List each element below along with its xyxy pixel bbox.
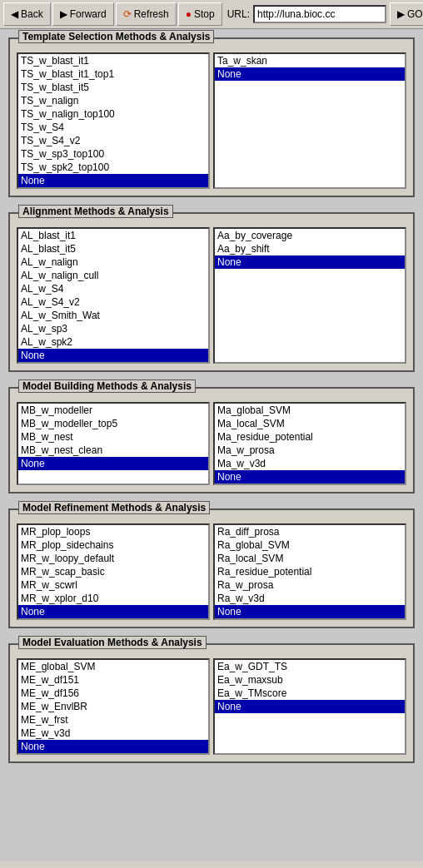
list-item[interactable]: MR_w_loopy_default	[18, 552, 208, 565]
section-title-alignment: Alignment Methods & Analysis	[18, 205, 173, 218]
list-item[interactable]: MB_w_modeller	[18, 404, 208, 417]
refresh-icon: ⟳	[123, 8, 132, 20]
methods-listbox-model-building[interactable]: MB_w_modellerMB_w_modeller_top5MB_w_nest…	[17, 402, 210, 485]
list-item[interactable]: MR_w_xplor_d10	[18, 592, 208, 605]
list-item[interactable]: ME_w_df151	[18, 673, 208, 687]
list-item[interactable]: Ma_residue_potential	[215, 430, 405, 444]
list-item[interactable]: MR_plop_sidechains	[18, 538, 208, 552]
list-item[interactable]: AL_blast_it5	[18, 242, 208, 255]
stop-icon: ●	[186, 8, 192, 20]
section-title-template-selection: Template Selection Methods & Analysis	[18, 30, 214, 43]
list-item[interactable]: Ra_global_SVM	[215, 538, 405, 552]
list-item[interactable]: Aa_by_shift	[215, 242, 405, 255]
analysis-listbox-model-building[interactable]: Ma_global_SVMMa_local_SVMMa_residue_pote…	[213, 402, 406, 485]
list-item[interactable]: Ra_w_v3d	[215, 592, 405, 605]
analysis-listbox-alignment[interactable]: Aa_by_coverageAa_by_shiftNone	[213, 227, 406, 364]
forward-icon: ▶	[60, 8, 67, 20]
section-model-evaluation: Model Evaluation Methods & AnalysisME_gl…	[8, 643, 415, 763]
list-item[interactable]: TS_w_nalign_top100	[18, 107, 208, 121]
list-item[interactable]: AL_blast_it1	[18, 229, 208, 242]
url-input[interactable]	[253, 5, 386, 23]
go-arrow-icon: ▶	[397, 8, 405, 20]
url-label: URL:	[227, 8, 250, 20]
methods-listbox-alignment[interactable]: AL_blast_it1AL_blast_it5AL_w_nalignAL_w_…	[17, 227, 210, 364]
list-item[interactable]: TS_w_blast_it1	[18, 54, 208, 67]
list-item[interactable]: AL_w_S4_v2	[18, 295, 208, 309]
list-item[interactable]: None	[18, 605, 208, 618]
list-item[interactable]: None	[18, 349, 208, 362]
list-item[interactable]: AL_w_sp3	[18, 322, 208, 335]
list-item[interactable]: MB_w_nest_clean	[18, 444, 208, 457]
list-item[interactable]: None	[215, 700, 405, 713]
list-item[interactable]: ME_global_SVM	[18, 660, 208, 673]
list-item[interactable]: Ma_local_SVM	[215, 417, 405, 430]
list-item[interactable]: None	[18, 174, 208, 187]
list-item[interactable]: AL_w_nalign	[18, 255, 208, 269]
list-item[interactable]: AL_w_Smith_Wat	[18, 309, 208, 322]
list-item[interactable]: Ra_diff_prosa	[215, 525, 405, 538]
list-item[interactable]: ME_w_EnvlBR	[18, 700, 208, 713]
list-item[interactable]: TS_w_sp3_top100	[18, 147, 208, 161]
list-item[interactable]: AL_w_nalign_cull	[18, 269, 208, 282]
methods-listbox-template-selection[interactable]: TS_w_blast_it1TS_w_blast_it1_top1TS_w_bl…	[17, 52, 210, 189]
list-item[interactable]: Ra_local_SVM	[215, 552, 405, 565]
list-item[interactable]: Ta_w_skan	[215, 54, 405, 67]
list-item[interactable]: TS_w_nalign	[18, 94, 208, 107]
stop-button[interactable]: ● Stop	[178, 2, 222, 26]
list-item[interactable]: None	[215, 67, 405, 81]
list-item[interactable]: AL_w_S4	[18, 282, 208, 295]
list-item[interactable]: Ma_w_prosa	[215, 444, 405, 457]
list-item[interactable]: TS_w_S4	[18, 121, 208, 134]
list-item[interactable]: None	[215, 255, 405, 269]
list-item[interactable]: TS_w_blast_it1_top1	[18, 67, 208, 81]
list-item[interactable]: TS_w_S4_v2	[18, 134, 208, 147]
section-alignment: Alignment Methods & AnalysisAL_blast_it1…	[8, 212, 415, 372]
refresh-button[interactable]: ⟳ Refresh	[116, 2, 177, 26]
methods-listbox-model-evaluation[interactable]: ME_global_SVMME_w_df151ME_w_df156ME_w_En…	[17, 658, 210, 755]
list-item[interactable]: None	[18, 457, 208, 470]
list-item[interactable]: Ma_global_SVM	[215, 404, 405, 417]
section-model-building: Model Building Methods & AnalysisMB_w_mo…	[8, 387, 415, 494]
forward-button[interactable]: ▶ Forward	[52, 2, 114, 26]
section-title-model-building: Model Building Methods & Analysis	[18, 379, 196, 393]
page-content: Template Selection Methods & AnalysisTS_…	[0, 29, 423, 861]
list-item[interactable]: Ra_w_prosa	[215, 578, 405, 592]
list-item[interactable]: Ea_w_TMscore	[215, 687, 405, 700]
list-item[interactable]: MR_plop_loops	[18, 525, 208, 538]
back-button[interactable]: ◀ Back	[3, 2, 51, 26]
list-item[interactable]: ME_w_df156	[18, 687, 208, 700]
lists-row-alignment: AL_blast_it1AL_blast_it5AL_w_nalignAL_w_…	[17, 227, 406, 364]
list-item[interactable]: TS_w_spk2_top100	[18, 161, 208, 174]
section-model-refinement: Model Refinement Methods & AnalysisMR_pl…	[8, 508, 415, 628]
list-item[interactable]: MB_w_modeller_top5	[18, 417, 208, 430]
list-item[interactable]: MR_w_scap_basic	[18, 565, 208, 578]
bottom-go-area: go	[0, 861, 423, 868]
list-item[interactable]: Ra_residue_potential	[215, 565, 405, 578]
list-item[interactable]: Ea_w_maxsub	[215, 673, 405, 687]
browser-toolbar: ◀ Back ▶ Forward ⟳ Refresh ● Stop URL: ▶…	[0, 0, 423, 29]
list-item[interactable]: None	[215, 605, 405, 618]
list-item[interactable]: MB_w_nest	[18, 430, 208, 444]
section-template-selection: Template Selection Methods & AnalysisTS_…	[8, 37, 415, 197]
analysis-listbox-model-evaluation[interactable]: Ea_w_GDT_TSEa_w_maxsubEa_w_TMscoreNone	[213, 658, 406, 755]
list-item[interactable]: Aa_by_coverage	[215, 229, 405, 242]
section-title-model-evaluation: Model Evaluation Methods & Analysis	[18, 636, 207, 649]
list-item[interactable]: Ma_w_v3d	[215, 457, 405, 470]
lists-row-model-refinement: MR_plop_loopsMR_plop_sidechainsMR_w_loop…	[17, 523, 406, 620]
lists-row-model-building: MB_w_modellerMB_w_modeller_top5MB_w_nest…	[17, 402, 406, 485]
back-icon: ◀	[11, 8, 18, 20]
analysis-listbox-template-selection[interactable]: Ta_w_skanNone	[213, 52, 406, 189]
list-item[interactable]: AL_w_spk2	[18, 335, 208, 349]
methods-listbox-model-refinement[interactable]: MR_plop_loopsMR_plop_sidechainsMR_w_loop…	[17, 523, 210, 620]
list-item[interactable]: Ea_w_GDT_TS	[215, 660, 405, 673]
list-item[interactable]: TS_w_blast_it5	[18, 81, 208, 94]
lists-row-template-selection: TS_w_blast_it1TS_w_blast_it1_top1TS_w_bl…	[17, 52, 406, 189]
lists-row-model-evaluation: ME_global_SVMME_w_df151ME_w_df156ME_w_En…	[17, 658, 406, 755]
list-item[interactable]: MR_w_scwrl	[18, 578, 208, 592]
list-item[interactable]: None	[215, 470, 405, 484]
go-button[interactable]: ▶ GO	[390, 2, 423, 26]
analysis-listbox-model-refinement[interactable]: Ra_diff_prosaRa_global_SVMRa_local_SVMRa…	[213, 523, 406, 620]
list-item[interactable]: ME_w_frst	[18, 713, 208, 727]
list-item[interactable]: ME_w_v3d	[18, 727, 208, 740]
list-item[interactable]: None	[18, 740, 208, 753]
